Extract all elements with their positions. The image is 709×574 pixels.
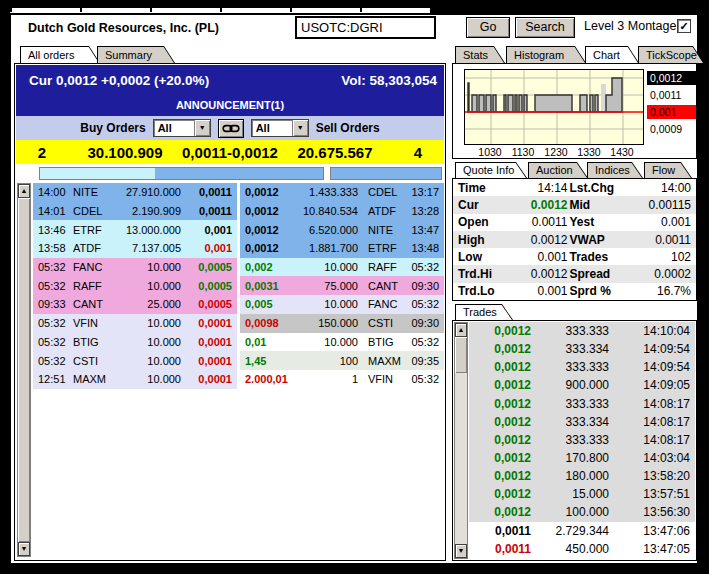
buy-order-row[interactable]: 05:32BTIG10.0000,0001 (33, 333, 237, 352)
buy-order-row[interactable]: 09:33CANT25.0000,0005 (33, 295, 237, 314)
buy-orders-column: 14:00NITE27.910.0000,001114:01CDEL2.190.… (33, 183, 237, 389)
sell-order-row[interactable]: 0,001210.840.534ATDF13:28 (240, 202, 444, 221)
quote-row[interactable]: Trd.Lo0.001Sprd %16.7% (453, 283, 696, 300)
quote-value: 0.0012 (510, 267, 570, 281)
x-axis-labels: 1030 1130 1230 1330 1430 (464, 146, 644, 158)
trade-row[interactable]: 0,0012333.33414:09:54 (469, 340, 695, 358)
buy-filter-dropdown[interactable]: All ▼ (153, 119, 211, 137)
trade-time: 14:08:17 (611, 415, 695, 429)
trade-row[interactable]: 0,0012333.33314:08:17 (469, 395, 695, 413)
quote-row[interactable]: Low0.001Trades102 (453, 248, 696, 265)
trade-row[interactable]: 0,0012333.33314:08:17 (469, 431, 695, 449)
tab-all-orders[interactable]: All orders (20, 46, 100, 63)
tab-histogram[interactable]: Histogram (506, 46, 586, 63)
trade-row[interactable]: 0,00112.729.34413:47:06 (469, 522, 695, 540)
trade-row[interactable]: 0,0012900.00014:09:05 (469, 376, 695, 394)
trade-row[interactable]: 0,0012100.00013:56:30 (469, 503, 695, 521)
order-price: 0,0012 (240, 186, 292, 198)
buy-order-row[interactable]: 14:01CDEL2.190.9090,0011 (33, 202, 237, 221)
order-size: 75.000 (292, 280, 358, 292)
sell-order-row[interactable]: 0,0098150.000CSTI09:30 (240, 314, 444, 333)
market-maker-id: BTIG (358, 336, 404, 348)
trade-size: 333.333 (531, 360, 611, 374)
trade-price: 0,0011 (469, 524, 531, 538)
sell-order-row[interactable]: 0,00126.520.000NITE13:47 (240, 220, 444, 239)
trade-row[interactable]: 0,0011450.00013:47:05 (469, 540, 695, 558)
order-time: 12:51 (33, 373, 73, 385)
sell-order-row[interactable]: 0,00510.000FANC05:32 (240, 295, 444, 314)
scroll-up-button[interactable]: ▲ (18, 184, 30, 198)
buy-order-row[interactable]: 14:00NITE27.910.0000,0011 (33, 183, 237, 202)
buy-order-row[interactable]: 05:32FANC10.0000,0005 (33, 258, 237, 277)
sell-order-row[interactable]: 0,00210.000RAFF05:32 (240, 258, 444, 277)
quote-label: Time (458, 181, 510, 195)
trade-row[interactable]: 0,001215.00013:57:51 (469, 485, 695, 503)
order-price: 0,01 (240, 336, 292, 348)
go-button[interactable]: Go (466, 17, 510, 38)
trade-row[interactable]: 0,0012333.33314:10:04 (469, 322, 695, 340)
order-size: 10.000 (292, 261, 358, 273)
trade-row[interactable]: 0,0012333.33314:09:54 (469, 358, 695, 376)
quote-label: Mid (570, 198, 632, 212)
scrollbar-thumb[interactable] (455, 337, 467, 373)
quote-row[interactable]: Time14:14Lst.Chg14:00 (453, 179, 696, 196)
sell-order-row[interactable]: 0,00121.433.333CDEL13:17 (240, 183, 444, 202)
bid-size: 30.100.909 (68, 144, 182, 161)
sell-order-row[interactable]: 2.000,011VFIN05:32 (240, 370, 444, 389)
quote-row[interactable]: Open0.0011Yest0.001 (453, 214, 696, 231)
buy-order-row[interactable]: 05:32VFIN10.0000,0001 (33, 314, 237, 333)
tab-tickscope[interactable]: TickScope (638, 46, 704, 63)
link-orders-button[interactable] (218, 119, 244, 138)
market-maker-id: NITE (358, 224, 404, 236)
trade-row[interactable]: 0,0012170.80014:03:04 (469, 449, 695, 467)
trades-scrollbar[interactable]: ▲ ▼ (454, 322, 468, 559)
order-time: 05:32 (33, 317, 73, 329)
order-time: 05:32 (404, 298, 444, 310)
quote-label: Sprd % (570, 284, 632, 298)
buy-order-row[interactable]: 13:58ATDF7.137.0050,001 (33, 239, 237, 258)
sell-order-row[interactable]: 0,0110.000BTIG05:32 (240, 333, 444, 352)
quote-row[interactable]: High0.0012VWAP0.0011 (453, 231, 696, 248)
quote-label: Yest (570, 215, 632, 229)
buy-order-row[interactable]: 12:51MAXM10.0000,0001 (33, 370, 237, 389)
trade-row[interactable]: 0,0012180.00013:58:20 (469, 467, 695, 485)
scrollbar-track[interactable] (455, 373, 467, 544)
announcement-bar[interactable]: ANNOUNCEMENT(1) (16, 96, 444, 116)
trades-list: 0,0012333.33314:10:040,0012333.33414:09:… (469, 322, 695, 558)
order-time: 05:32 (33, 336, 73, 348)
level3-montage-checkbox[interactable]: ✓ (677, 19, 691, 33)
sell-order-row[interactable]: 0,003175.000CANT09:30 (240, 276, 444, 295)
y-axis-label: 0,001 (647, 105, 696, 119)
trade-price: 0,0012 (469, 378, 531, 392)
order-price: 0,0098 (240, 317, 292, 329)
sell-order-row[interactable]: 1,45100MAXM09:35 (240, 351, 444, 370)
trade-price: 0,0012 (469, 415, 531, 429)
ticker-input[interactable] (295, 16, 436, 39)
trade-row[interactable]: 0,0012333.33414:08:17 (469, 413, 695, 431)
search-button[interactable]: Search (515, 17, 575, 38)
order-time: 05:32 (404, 336, 444, 348)
buy-order-row[interactable]: 05:32CSTI10.0000,0001 (33, 351, 237, 370)
order-book-scrollbar[interactable]: ▲ ▼ (17, 183, 31, 557)
quote-row[interactable]: Trd.Hi0.0012Spread0.0002 (453, 265, 696, 282)
quote-label: High (458, 233, 510, 247)
tab-quote-info[interactable]: Quote Info (455, 162, 527, 178)
quote-label: Trd.Lo (458, 284, 510, 298)
sell-order-row[interactable]: 0,00121.881.700ETRF13:48 (240, 239, 444, 258)
tab-summary[interactable]: Summary (97, 46, 175, 63)
quote-row[interactable]: Cur0.0012Mid0.00115 (453, 196, 696, 213)
order-price: 0,001 (181, 242, 237, 254)
buy-order-row[interactable]: 13:46ETRF13.000.0000,001 (33, 220, 237, 239)
market-maker-id: RAFF (358, 261, 404, 273)
price-chart-plot[interactable] (464, 69, 644, 145)
order-time: 05:32 (33, 280, 73, 292)
scroll-down-button[interactable]: ▼ (18, 542, 30, 556)
scroll-down-button[interactable]: ▼ (455, 544, 467, 558)
market-maker-id: FANC (73, 261, 117, 273)
chain-link-icon (222, 123, 240, 134)
trade-size: 333.334 (531, 342, 611, 356)
scrollbar-thumb[interactable] (18, 198, 30, 542)
buy-order-row[interactable]: 05:32RAFF10.0000,0005 (33, 276, 237, 295)
sell-filter-dropdown[interactable]: All ▼ (251, 119, 309, 137)
scroll-up-button[interactable]: ▲ (455, 323, 467, 337)
